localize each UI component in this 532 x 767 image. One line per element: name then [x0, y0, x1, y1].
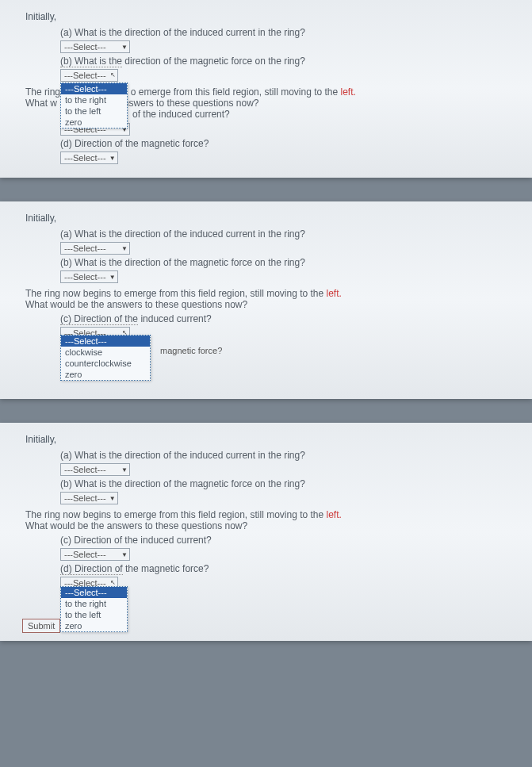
question-a: (a) What is the direction of the induced…: [60, 450, 510, 461]
emerge-line-a: The ring: [25, 86, 60, 98]
answers-line: What would be the answers to these quest…: [25, 520, 247, 531]
answers-line-a: What w: [25, 98, 57, 109]
emerge-line-b: o emerge from this field region, still m…: [131, 86, 341, 98]
chevron-down-icon: ▼: [121, 466, 128, 474]
option-select[interactable]: ---Select---: [61, 336, 150, 347]
question-a: (a) What is the direction of the induced…: [60, 27, 510, 38]
dropdown-c-options: ---Select--- clockwise counterclockwise …: [60, 335, 151, 381]
answers-line-b: nswers to these questions now?: [124, 98, 259, 109]
left-word: left.: [327, 509, 342, 520]
answers-line: What would be the answers to these quest…: [25, 299, 247, 310]
chevron-down-icon: ▼: [109, 155, 116, 162]
option-select[interactable]: ---Select---: [61, 587, 127, 598]
submit-button[interactable]: Submit: [22, 619, 60, 633]
dropdown-d-options: ---Select--- to the right to the left ze…: [60, 586, 128, 632]
qd-tail: magnetic force?: [160, 346, 222, 355]
option-zero[interactable]: zero: [61, 620, 127, 631]
select-b[interactable]: ---Select---↖: [60, 69, 118, 82]
option-cw[interactable]: clockwise: [61, 347, 150, 358]
panel-1: Initially, (a) What is the direction of …: [0, 0, 532, 178]
dropdown-b-options: ---Select--- to the right to the left ze…: [60, 82, 128, 128]
chevron-down-icon: ▼: [109, 274, 116, 281]
initially-label: Initially,: [25, 11, 510, 22]
chevron-down-icon: ▼: [121, 551, 128, 558]
question-b: (b) What is the direction of the magneti…: [60, 257, 510, 268]
option-right[interactable]: to the right: [61, 598, 127, 609]
question-d: (d) Direction of the magnetic force?: [60, 563, 510, 574]
select-b[interactable]: ---Select---▼: [60, 270, 118, 283]
qc-tail: of the induced current?: [132, 109, 230, 120]
option-left[interactable]: to the left: [61, 609, 127, 620]
chevron-down-icon: ▼: [109, 495, 116, 502]
option-left[interactable]: to the left: [61, 105, 127, 117]
select-c[interactable]: ---Select---▼: [60, 548, 130, 561]
cursor-icon: ↖: [110, 579, 116, 586]
chevron-down-icon: ▼: [121, 245, 128, 252]
option-select[interactable]: ---Select---: [61, 83, 127, 94]
option-right[interactable]: to the right: [61, 94, 127, 105]
panel-3: Initially, (a) What is the direction of …: [0, 423, 532, 641]
left-word: left.: [327, 288, 342, 299]
select-a[interactable]: ---Select---▼: [60, 40, 130, 53]
question-d: (d) Direction of the magnetic force?: [60, 138, 510, 149]
question-b: (b) What is the direction of the magneti…: [60, 478, 510, 489]
question-c: (c) Direction of the induced current?: [60, 535, 510, 546]
question-c: (c) Direction of the induced current?: [60, 313, 510, 324]
select-a[interactable]: ---Select---▼: [60, 242, 130, 255]
option-zero[interactable]: zero: [61, 369, 150, 380]
select-b[interactable]: ---Select---▼: [60, 492, 118, 504]
initially-label: Initially,: [25, 213, 510, 224]
panel-2: Initially, (a) What is the direction of …: [0, 201, 532, 399]
question-b: (b) What is the direction of the magneti…: [60, 56, 510, 67]
select-a[interactable]: ---Select---▼: [60, 463, 130, 476]
left-word: left.: [341, 86, 356, 98]
cursor-icon: ↖: [110, 71, 116, 79]
option-ccw[interactable]: counterclockwise: [61, 358, 150, 369]
emerge-line: The ring now begins to emerge from this …: [25, 288, 327, 299]
option-zero[interactable]: zero: [61, 117, 127, 128]
initially-label: Initially,: [25, 434, 510, 445]
emerge-line: The ring now begins to emerge from this …: [25, 509, 327, 520]
chevron-down-icon: ▼: [121, 44, 128, 51]
select-d[interactable]: ---Select---▼: [60, 151, 118, 164]
question-a: (a) What is the direction of the induced…: [60, 228, 510, 240]
